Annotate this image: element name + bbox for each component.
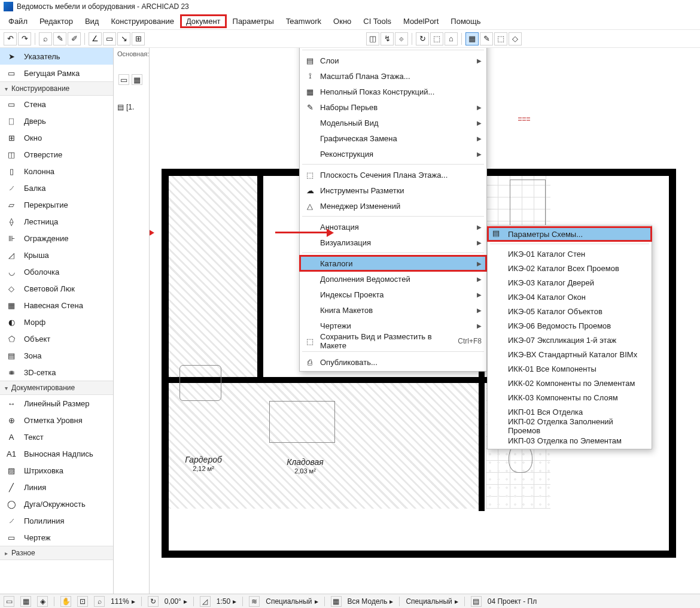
submenu-item[interactable]: ИКК-01 Все Компоненты — [488, 361, 652, 376]
tool-d-button[interactable]: ↻ — [416, 32, 429, 45]
menu-item[interactable]: ⎙Опубликовать... — [300, 354, 486, 370]
tool-лестница[interactable]: ⟠Лестница — [0, 213, 113, 230]
tool-чертеж[interactable]: ▭Чертеж — [0, 529, 113, 546]
section-design[interactable]: ▾Конструирование — [0, 81, 113, 96]
sb-dot-icon[interactable]: ◈ — [37, 596, 48, 607]
tool-окно[interactable]: ⊞Окно — [0, 129, 113, 146]
model-view[interactable]: Вся Модель ▸ — [348, 597, 394, 606]
tool-световой люк[interactable]: ◇Световой Люк — [0, 280, 113, 297]
section-misc[interactable]: ▸Разное — [0, 546, 113, 560]
section-document[interactable]: ▾Документирование — [0, 381, 113, 395]
infobar-icon-a[interactable]: ▭ — [118, 74, 129, 85]
tool-объект[interactable]: ⬠Объект — [0, 330, 113, 347]
menu-item[interactable]: ⬚Плоскость Сечения Плана Этажа... — [300, 167, 486, 183]
tool-arrow[interactable]: ➤Указатель — [0, 48, 113, 65]
syringe-button[interactable]: ✐ — [68, 32, 81, 45]
sb-sheet-icon[interactable]: ▤ — [471, 596, 482, 607]
tool-c-button[interactable]: ⟐ — [395, 32, 408, 45]
menu-item[interactable]: Каталоги▶ — [300, 256, 486, 271]
tool-отметка уровня[interactable]: ⊕Отметка Уровня — [0, 412, 113, 428]
tool-балка[interactable]: ⟋Балка — [0, 180, 113, 196]
tool-текст[interactable]: AТекст — [0, 428, 113, 445]
override-combo[interactable]: Специальный ▸ — [406, 597, 458, 606]
tool-3d-сетка[interactable]: ⩩3D-сетка — [0, 364, 113, 381]
ruler-button[interactable]: ▭ — [103, 32, 116, 45]
angle-value[interactable]: 0,00° ▸ — [165, 597, 187, 606]
menu-document[interactable]: Документ — [180, 14, 227, 28]
menu-item[interactable]: ✎Наборы Перьев▶ — [300, 99, 486, 115]
pick-button[interactable]: ⌕ — [39, 32, 52, 45]
tool-морф[interactable]: ◐Морф — [0, 314, 113, 330]
submenu-item[interactable]: ИКЭ-04 Каталог Окон — [488, 290, 652, 304]
tool-полилиния[interactable]: ⟋Полилиния — [0, 512, 113, 529]
sb-scale-icon[interactable]: ◿ — [200, 596, 211, 607]
submenu-item[interactable]: ИКЭ-06 Ведомость Проемов — [488, 318, 652, 333]
menu-editor[interactable]: Редактор — [34, 14, 79, 28]
menu-item[interactable]: Чертежи▶ — [300, 318, 486, 333]
menu-item[interactable]: Модельный Вид▶ — [300, 115, 486, 130]
tool-выносная надпись[interactable]: A1Выносная Надпись — [0, 445, 113, 462]
tool-marquee[interactable]: ▭Бегущая Рамка — [0, 65, 113, 81]
submenu-item[interactable]: ИКЭ-03 Каталог Дверей — [488, 275, 652, 290]
submenu-item[interactable]: ИКК-02 Компоненты по Элементам — [488, 376, 652, 390]
tool-e-button[interactable]: ⬚ — [430, 32, 443, 45]
menu-item[interactable]: Визуализация▶ — [300, 235, 486, 250]
redo-button[interactable]: ↷ — [18, 32, 31, 45]
menu-item[interactable]: Книга Макетов▶ — [300, 302, 486, 318]
submenu-item[interactable]: ИКП-02 Отделка Заполнений Проемов — [488, 419, 652, 433]
sb-hand-icon[interactable]: ✋ — [60, 596, 71, 607]
infobar-icon-b[interactable]: ▦ — [132, 74, 142, 85]
menu-item[interactable]: ☁Инструменты Разметки — [300, 183, 486, 198]
view-tab[interactable]: ▤ [1. — [117, 103, 134, 111]
sb-zoom-icon[interactable]: ⌕ — [94, 596, 105, 607]
menu-item[interactable]: ▤Слои▶ — [300, 53, 486, 68]
scale-value[interactable]: 1:50 ▸ — [217, 597, 236, 606]
submenu-item[interactable]: ▤Параметры Схемы... — [488, 227, 652, 241]
menu-window[interactable]: Окно — [327, 14, 357, 28]
submenu-item[interactable]: ИКЭ-05 Каталог Объектов — [488, 304, 652, 318]
submenu-item[interactable]: ИКЭ-ВХ Стандартный Каталог BIMx — [488, 347, 652, 361]
tool-i-button[interactable]: ◇ — [509, 32, 522, 45]
tool-оболочка[interactable]: ◡Оболочка — [0, 263, 113, 280]
tool-зона[interactable]: ▤Зона — [0, 347, 113, 364]
tool-штриховка[interactable]: ▨Штриховка — [0, 462, 113, 479]
tool-b-button[interactable]: ↯ — [381, 32, 394, 45]
tool-h-button[interactable]: ⬚ — [494, 32, 507, 45]
sb-grid-icon[interactable]: ▦ — [20, 596, 31, 607]
tool-дуга/окружность[interactable]: ◯Дуга/Окружность — [0, 495, 113, 512]
angle-button[interactable]: ∠ — [89, 32, 102, 45]
sb-model-icon[interactable]: ▦ — [331, 596, 342, 607]
menu-item[interactable]: ⬚Сохранить Вид и Разместить в МакетеCtrl… — [300, 333, 486, 349]
tool-ограждение[interactable]: ⊪Ограждение — [0, 230, 113, 247]
menu-item[interactable]: Аннотация▶ — [300, 219, 486, 235]
tool-перекрытие[interactable]: ▱Перекрытие — [0, 196, 113, 213]
sb-fit-icon[interactable]: ⊡ — [77, 596, 88, 607]
tool-линия[interactable]: ╱Линия — [0, 479, 113, 495]
menu-citools[interactable]: CI Tools — [357, 14, 397, 28]
tool-a-button[interactable]: ◫ — [366, 32, 379, 45]
menu-item[interactable]: Графическая Замена▶ — [300, 130, 486, 146]
menu-options[interactable]: Параметры — [227, 14, 280, 28]
submenu-item[interactable]: ИКЭ-07 Экспликация 1-й этаж — [488, 333, 652, 347]
snap-button[interactable]: ⊞ — [132, 32, 145, 45]
menu-modelport[interactable]: ModelPort — [397, 14, 445, 28]
menu-item[interactable]: Дополнения Ведомостей▶ — [300, 271, 486, 287]
sb-rot-icon[interactable]: ↻ — [148, 596, 159, 607]
submenu-item[interactable]: ИКЭ-01 Каталог Стен — [488, 247, 652, 261]
eyedropper-button[interactable]: ✎ — [53, 32, 66, 45]
sb-layers-icon[interactable]: ≋ — [249, 596, 260, 607]
menu-view[interactable]: Вид — [79, 14, 105, 28]
menu-item[interactable]: ▦Неполный Показ Конструкций... — [300, 84, 486, 99]
menu-teamwork[interactable]: Teamwork — [280, 14, 327, 28]
tool-g-button[interactable]: ✎ — [480, 32, 493, 45]
menu-design[interactable]: Конструирование — [105, 14, 179, 28]
undo-button[interactable]: ↶ — [4, 32, 17, 45]
tool-навесная стена[interactable]: ▦Навесная Стена — [0, 297, 113, 314]
tool-отверстие[interactable]: ◫Отверстие — [0, 146, 113, 163]
menu-item[interactable]: ⟟Масштаб Плана Этажа... — [300, 68, 486, 84]
tool-f-button[interactable]: ⌂ — [445, 32, 458, 45]
tool-линейный размер[interactable]: ↔Линейный Размер — [0, 395, 113, 412]
tool-стена[interactable]: ▭Стена — [0, 96, 113, 113]
guide-button[interactable]: ↘ — [117, 32, 130, 45]
menu-item[interactable]: Индексы Проекта▶ — [300, 287, 486, 302]
